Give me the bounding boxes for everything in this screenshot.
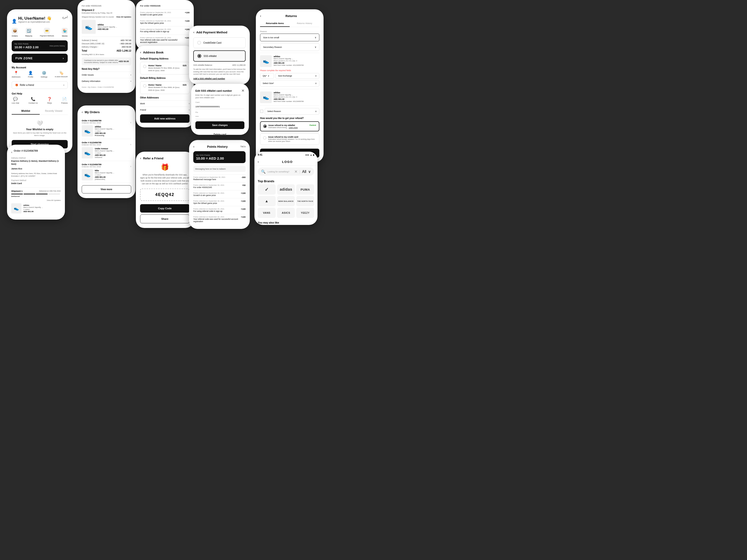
add-ewallet-card-link[interactable]: Add a SSS eWallet card number xyxy=(193,77,246,80)
order-row-1[interactable]: Order # 0123456789 Ordered: DD Dec 2018 … xyxy=(82,139,131,161)
total-value: AED 1,246.12 xyxy=(117,50,131,52)
tcs-link[interactable]: T&Cs xyxy=(240,145,246,148)
brand-yeezy[interactable]: YEEZY xyxy=(296,208,314,218)
view-all-updates-link[interactable]: View All Updates xyxy=(47,199,61,202)
order-points-screen: For order #00002345 Points collected on … xyxy=(136,0,194,50)
account-nav-addresses[interactable]: 📍 Addresses xyxy=(12,71,21,78)
save-changes-button[interactable]: Save changes xyxy=(196,121,244,129)
billing-edit-link[interactable]: Edit xyxy=(183,84,186,86)
refer-back-button[interactable]: ‹ xyxy=(140,156,141,160)
brand-adidas[interactable]: adidas xyxy=(277,184,295,195)
secondary-reason-select[interactable]: Secondary Reason ∨ xyxy=(260,43,319,51)
view-more-button[interactable]: View more xyxy=(82,185,131,193)
orders-back-button[interactable]: ‹ xyxy=(82,110,83,114)
delivery-charges-label[interactable]: Delivery Charges › xyxy=(82,46,98,48)
brands-grid: ✓ adidas PUMA ▲ NEW BALANCE THE NORTH FA… xyxy=(254,184,317,220)
product2-reason-radio[interactable] xyxy=(260,110,263,113)
brand-asics[interactable]: ASICS xyxy=(277,208,295,218)
help-policies[interactable]: 📄 Policies xyxy=(61,97,68,104)
other-addresses-title: Other Addresses xyxy=(140,96,189,99)
app-back-button[interactable]: ‹ xyxy=(258,160,259,164)
search-icon: 🔍 xyxy=(261,169,266,174)
copy-code-button[interactable]: Copy Code xyxy=(140,204,189,213)
points-entry-1: Points collected on September 30, 2021 S… xyxy=(140,18,189,26)
back-button[interactable]: ‹ Order # 0123456789 xyxy=(11,149,61,155)
home-screen: 👤 Hi, UserName! 👋 Signed in as myemail@e… xyxy=(7,9,72,153)
delivery-charges-value: AED 50.00 xyxy=(122,46,131,48)
pin-input[interactable] xyxy=(196,114,244,119)
product-price: AED 801.00 xyxy=(23,211,43,213)
returns-screen: ‹ Returns Returnable Items Returns Histo… xyxy=(256,9,324,162)
brand-vans[interactable]: VANS xyxy=(258,208,276,218)
nav-returns[interactable]: ↩️ Returns xyxy=(25,28,32,37)
search-bar[interactable]: 🔍 Looking for something? ✕ | All ∨ xyxy=(258,167,314,176)
reason-select[interactable]: Size is too small ∨ xyxy=(260,34,319,41)
breadcrumb: Home › My Orders › Order # 0123456789 xyxy=(82,86,131,88)
tab-returnable-items[interactable]: Returnable Items xyxy=(260,20,290,27)
delete-card-button[interactable]: Delete card xyxy=(196,130,244,135)
friend-address-row[interactable]: Friend › xyxy=(140,107,189,113)
order-row-2[interactable]: Order # 0123456789 Ordered: DD Dec 2018 … xyxy=(82,161,131,183)
search-clear-icon[interactable]: ✕ xyxy=(294,169,298,174)
product2-reason-select[interactable]: Select Reason ∨ xyxy=(265,108,319,114)
account-nav-profile[interactable]: 👤 Profile xyxy=(28,71,33,78)
brand-north-face[interactable]: THE NORTH FACE xyxy=(296,196,314,206)
address-back-button[interactable]: ‹ xyxy=(140,50,141,54)
share-button[interactable]: Share xyxy=(140,214,189,223)
fun-zone-banner[interactable]: FUN ZONE › xyxy=(12,54,68,63)
refund-ewallet-radio-inner xyxy=(264,126,266,127)
refund-learn-more-link[interactable]: Learn more xyxy=(289,127,298,129)
returns-back-button[interactable]: ‹ xyxy=(260,14,261,18)
nav-payment-methods[interactable]: 💳 Payment Methods xyxy=(40,28,54,37)
points-hist-date-2: Points collected on September 30, 2021 xyxy=(193,192,241,194)
nav-orders[interactable]: 📦 Orders xyxy=(12,28,18,37)
search-filter-label[interactable]: All xyxy=(302,170,306,174)
address-book-screen: ‹ Address Book Default Shipping Address … xyxy=(136,46,194,127)
modal-close-button[interactable]: ✕ xyxy=(241,88,244,93)
brand-puma[interactable]: PUMA xyxy=(296,184,314,195)
nav-stores[interactable]: 🏪 Stores xyxy=(61,28,68,37)
search-filter-chevron: ∨ xyxy=(308,169,311,174)
tab-wishlist[interactable]: Wishlist xyxy=(12,108,40,114)
payment-back-button[interactable]: ‹ xyxy=(193,30,195,34)
shipped-status: Shipped item(s) handed over to courier xyxy=(82,16,114,18)
product-brand: adidas xyxy=(23,204,43,206)
view-all-updates-link[interactable]: View All Updates xyxy=(116,16,131,18)
refer-friend-btn[interactable]: 🎁 Refer a friend › xyxy=(12,81,68,89)
shipping-edit-link[interactable]: Edit xyxy=(183,64,186,67)
help-live-chat[interactable]: 💬 Live chat xyxy=(12,97,19,104)
refund-credit-option[interactable]: Issue refund to my credit card Estimated… xyxy=(260,133,319,145)
account-nav-instore[interactable]: 🏷️ In-store Discount! xyxy=(55,71,68,78)
shipment2-label: Shipment 2 xyxy=(82,9,131,11)
add-new-address-button[interactable]: Add new address xyxy=(140,114,189,123)
brand-nike[interactable]: ✓ xyxy=(258,184,276,195)
refund-ewallet-option[interactable]: Issue refund to my eWallet Fastest Estim… xyxy=(260,121,319,131)
ewallet-option[interactable]: SSS eWallet xyxy=(193,50,246,61)
modal-description: Enter the 21-digit card number and 4-dig… xyxy=(196,94,244,99)
my-orders-screen: ‹ My Orders Order # 0123456789 Ordered: … xyxy=(77,105,135,198)
order-row-0[interactable]: Order # 0123456789 Ordered: DD Dec 2018 … xyxy=(82,117,131,139)
select-size-dropdown[interactable]: Select Size* ∨ xyxy=(260,80,319,86)
help-faqs[interactable]: ❓ FAQs xyxy=(47,97,52,104)
size-exchange-select[interactable]: Size Exchange ∨ xyxy=(276,73,319,79)
view-points-link[interactable]: View points history xyxy=(49,45,65,47)
account-nav-settings[interactable]: ⚙️ Settings xyxy=(41,71,47,78)
return-controls: Qty* ∨ Size Exchange ∨ xyxy=(260,73,319,79)
work-address-row[interactable]: Work › xyxy=(140,100,189,107)
wishlist-empty-title: Your Wishlist is empty xyxy=(12,128,68,131)
card-number-input[interactable] xyxy=(196,105,244,109)
credit-debit-card-option[interactable]: Credit/Debit Card xyxy=(193,37,246,48)
delivery-info-link[interactable]: Delivery Information xyxy=(82,80,100,82)
refund-ewallet-sub: Estimated refund timing... Learn more xyxy=(268,127,316,129)
qty-select[interactable]: Qty* ∨ xyxy=(260,73,274,79)
help-contact-us[interactable]: 📞 Contact Us xyxy=(28,97,38,104)
tab-returns-history[interactable]: Returns History xyxy=(290,20,319,27)
brand-altra[interactable]: ▲ xyxy=(258,196,276,206)
shipping-radio[interactable] xyxy=(143,65,146,68)
default-billing-title: Default Billing Address xyxy=(140,77,189,79)
order-issues-link[interactable]: Order Issues xyxy=(82,74,94,76)
brand-new-balance[interactable]: NEW BALANCE xyxy=(277,196,295,206)
points-history-back-button[interactable]: ‹ xyxy=(193,145,195,149)
tab-recently-viewed[interactable]: Recently Viewed xyxy=(40,108,68,114)
billing-radio[interactable] xyxy=(143,84,146,87)
